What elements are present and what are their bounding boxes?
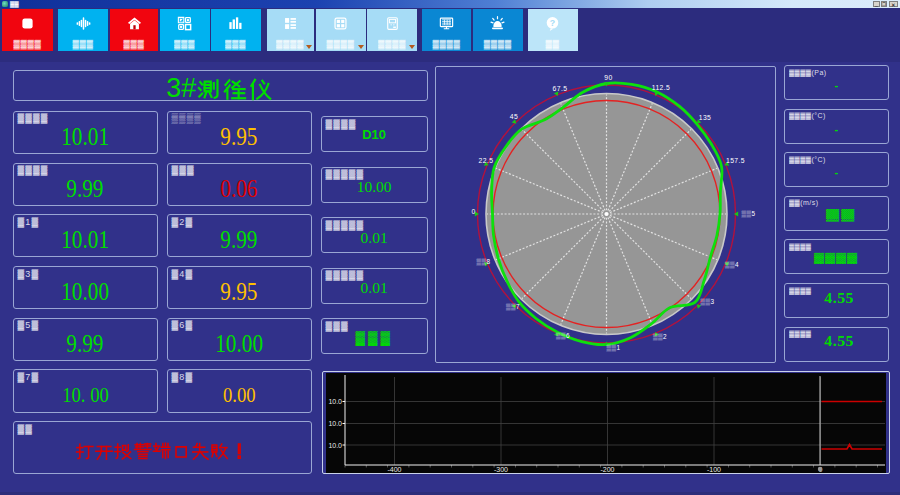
- svg-text:10.0: 10.0: [328, 441, 342, 448]
- svg-text:10.0: 10.0: [328, 398, 342, 405]
- svg-text:▒▒1: ▒▒1: [607, 344, 621, 352]
- svg-text:22.5: 22.5: [479, 157, 494, 164]
- svg-text:▒▒6: ▒▒6: [556, 332, 570, 340]
- svg-text:67.5: 67.5: [553, 85, 568, 92]
- svg-text:-300: -300: [493, 465, 507, 472]
- svg-text:157.5: 157.5: [726, 157, 745, 164]
- svg-text:▒▒8: ▒▒8: [477, 258, 491, 266]
- svg-text:▒▒2: ▒▒2: [653, 333, 667, 341]
- svg-text:0: 0: [471, 208, 475, 215]
- svg-text:-100: -100: [706, 465, 720, 472]
- svg-text:10.0: 10.0: [328, 420, 342, 427]
- svg-text:90: 90: [604, 74, 612, 81]
- svg-text:▒▒3: ▒▒3: [701, 298, 715, 306]
- svg-text:-200: -200: [600, 465, 614, 472]
- svg-text:45: 45: [510, 113, 518, 120]
- svg-text:-400: -400: [387, 465, 401, 472]
- svg-text:▒▒7: ▒▒7: [506, 303, 520, 311]
- svg-text:▒▒4: ▒▒4: [725, 261, 739, 269]
- svg-text:135: 135: [699, 114, 712, 121]
- svg-text:?: ?: [550, 17, 555, 27]
- svg-text:▒▒5: ▒▒5: [742, 210, 756, 218]
- svg-text:112.5: 112.5: [652, 84, 671, 91]
